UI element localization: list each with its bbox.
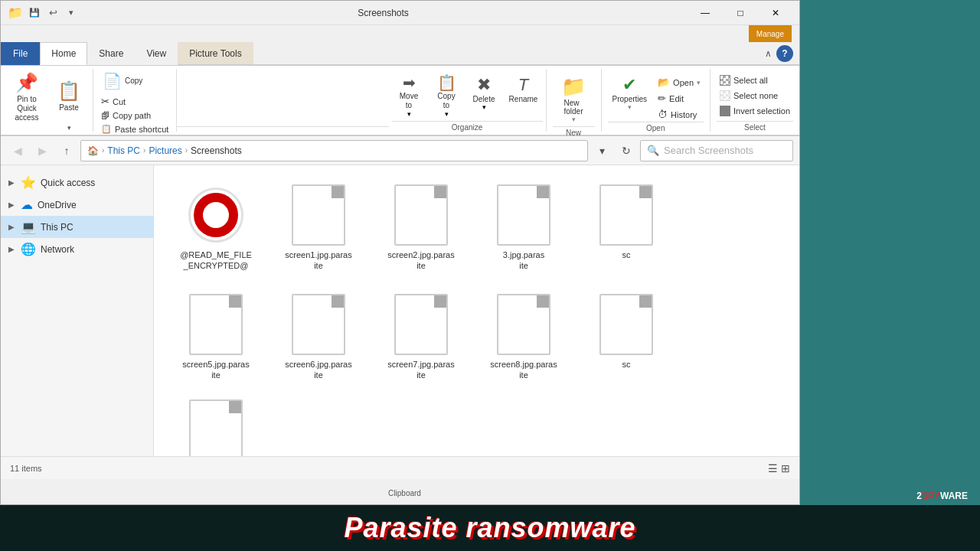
file-row-1: @READ_ME_FILE_ENCRYPTED@ screen1.jpg.par… (166, 174, 787, 278)
copy-path-button[interactable]: 🗐 Copy path (98, 109, 172, 122)
list-item[interactable]: screen7.jpg.parasite (371, 284, 471, 387)
new-folder-button[interactable]: 📁 Newfolder ▾ (553, 72, 595, 126)
list-item[interactable]: screen1.jpg.parasite (269, 174, 368, 278)
cut-copy-stack: 📄 Copy ✂ Cut 🗐 Copy path 📋 Paste shortcu… (98, 69, 172, 132)
rename-button[interactable]: T Rename (505, 72, 543, 121)
select-all-button[interactable]: Select all (717, 73, 793, 87)
open-group: ✔ Properties ▾ 📂 Open ▾ ✏ Edit (602, 69, 711, 132)
view-icon-list[interactable]: ☰ (768, 462, 778, 474)
paste-dropdown[interactable]: ▾ (67, 124, 71, 132)
delete-button[interactable]: ✖ Delete ▾ (467, 72, 501, 121)
breadcrumb-screenshots: Screenshots (191, 145, 242, 156)
ribbon-content: 📌 Pin to Quick access 📋 Paste ▾ 📄 Copy (1, 66, 799, 136)
file-name-9: screen8.jpg.parasite (490, 359, 557, 381)
list-item[interactable]: screen6.jpg.parasite (269, 284, 368, 387)
list-item[interactable]: screen2.jpg.parasite (371, 174, 471, 278)
list-item[interactable] (166, 390, 266, 456)
screen5-icon (185, 290, 247, 359)
paste-button[interactable]: 📋 Paste (50, 69, 88, 124)
paste-label: Paste (59, 103, 79, 112)
sidebar-item-network[interactable]: ▶ 🌐 Network (1, 238, 153, 260)
invert-selection-button[interactable]: Invert selection (717, 104, 793, 118)
network-expand-icon: ▶ (7, 245, 16, 253)
screen9-icon (596, 290, 657, 359)
breadcrumb-pictures[interactable]: Pictures (149, 145, 181, 156)
sidebar-item-this-pc[interactable]: ▶ 💻 This PC (1, 216, 153, 238)
move-to-icon: ➡ (403, 73, 416, 92)
forward-button[interactable]: ▶ (31, 140, 53, 161)
paste-section: 📋 Paste ▾ (50, 69, 93, 132)
qat-dropdown[interactable]: ▾ (64, 5, 79, 21)
thispc-label: This PC (41, 222, 74, 233)
back-button[interactable]: ◀ (7, 140, 28, 161)
opera-logo (188, 187, 243, 243)
view-icon-grid[interactable]: ⊞ (781, 462, 790, 474)
select-none-button[interactable]: Select none (717, 89, 793, 103)
refresh-button[interactable]: ↻ (616, 140, 637, 161)
undo-qat-btn[interactable]: ↩ (45, 5, 60, 21)
file-row-3 (166, 390, 787, 456)
save-qat-btn[interactable]: 💾 (27, 5, 42, 21)
pin-to-quick-access-button[interactable]: 📌 Pin to Quick access (5, 69, 48, 132)
breadcrumb-this-pc[interactable]: This PC (107, 145, 140, 156)
minimize-button[interactable]: — (688, 1, 723, 25)
maximize-button[interactable]: □ (723, 1, 758, 25)
doc-shape-5 (189, 294, 243, 355)
open-icon: 📂 (658, 77, 670, 88)
clipboard-label: Clipboard (5, 487, 804, 500)
tab-picture-tools[interactable]: Picture Tools (178, 42, 253, 65)
explorer-window: 📁 💾 ↩ ▾ Screenshots — □ ✕ Manage File Ho… (0, 0, 800, 505)
properties-button[interactable]: ✔ Properties ▾ (608, 72, 652, 114)
sidebar-item-onedrive[interactable]: ▶ ☁ OneDrive (1, 194, 153, 216)
address-bar: ◀ ▶ ↑ 🏠 › This PC › Pictures › Screensho… (1, 136, 799, 165)
tab-view[interactable]: View (135, 42, 178, 65)
brand-spy: SPY (922, 491, 940, 501)
tab-file[interactable]: File (1, 42, 40, 65)
breadcrumb-home-icon: 🏠 (87, 145, 99, 156)
edit-button[interactable]: ✏ Edit (655, 91, 704, 106)
new-folder-wrapper: 📁 Newfolder ▾ (553, 69, 595, 126)
edit-icon: ✏ (658, 93, 666, 104)
list-item[interactable]: sc (577, 284, 676, 387)
search-placeholder: Search Screenshots (664, 145, 753, 156)
select-group-label: Select (717, 121, 793, 132)
list-item[interactable]: 3.jpg.parasite (474, 174, 573, 278)
file-name-7: screen6.jpg.parasite (285, 359, 351, 381)
tab-home[interactable]: Home (40, 42, 87, 65)
tab-share[interactable]: Share (87, 42, 135, 65)
up-button[interactable]: ↑ (56, 140, 77, 161)
ribbon-collapse-btn[interactable]: ∧ (765, 48, 772, 59)
cut-button[interactable]: ✂ Cut (98, 94, 172, 109)
list-item[interactable]: sc (577, 174, 676, 278)
history-button[interactable]: ⏱ History (655, 107, 704, 122)
open-group-label: Open (608, 122, 704, 132)
list-item[interactable]: screen8.jpg.parasite (474, 284, 573, 387)
copy-label: Copy (125, 77, 142, 86)
open-button[interactable]: 📂 Open ▾ (655, 75, 704, 90)
paste-shortcut-icon: 📋 (101, 124, 112, 134)
select-all-icon (720, 75, 730, 86)
breadcrumb-sep-2: › (143, 146, 145, 155)
properties-dropdown[interactable]: ▾ (628, 103, 632, 111)
search-box[interactable]: 🔍 Search Screenshots (640, 140, 793, 161)
move-to-button[interactable]: ➡ Moveto ▾ (392, 72, 426, 121)
pin-icon: 📌 (15, 72, 38, 93)
help-button[interactable]: ? (776, 45, 793, 62)
paste-shortcut-button[interactable]: 📋 Paste shortcut (98, 122, 172, 135)
list-item[interactable]: @READ_ME_FILE_ENCRYPTED@ (166, 174, 266, 278)
quick-access-icon: ⭐ (21, 175, 36, 190)
sidebar-item-quick-access[interactable]: ▶ ⭐ Quick access (1, 171, 153, 194)
file-row-2: screen5.jpg.parasite screen6.jpg.parasit… (166, 284, 787, 387)
file-name-4: 3.jpg.parasite (503, 249, 544, 272)
file-name-8: screen7.jpg.parasite (387, 359, 454, 381)
close-button[interactable]: ✕ (758, 1, 793, 25)
copy-to-label: Copyto (437, 92, 455, 110)
properties-label: Properties (612, 95, 648, 103)
list-item[interactable]: screen5.jpg.parasite (166, 284, 266, 387)
doc-shape-1 (292, 184, 345, 246)
breadcrumb[interactable]: 🏠 › This PC › Pictures › Screenshots (80, 140, 588, 161)
copy-button[interactable]: 📄 Copy (98, 69, 172, 93)
breadcrumb-dropdown[interactable]: ▾ (591, 140, 612, 161)
copy-to-button[interactable]: 📋 Copyto ▾ (430, 72, 464, 121)
window-title: Screenshots (79, 8, 688, 18)
